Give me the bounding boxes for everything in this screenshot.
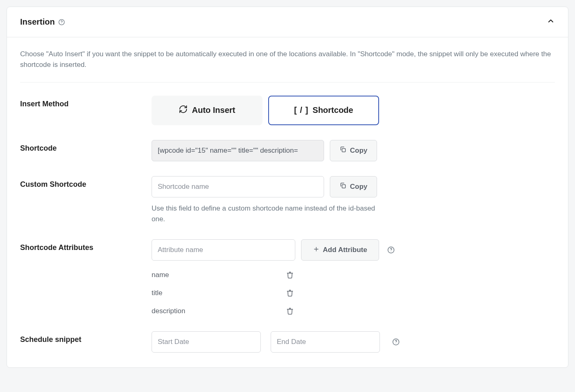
attribute-list: name title — [152, 270, 555, 316]
help-icon[interactable] — [392, 338, 400, 346]
panel-title: Insertion — [20, 17, 55, 27]
help-icon[interactable] — [387, 246, 395, 254]
help-icon[interactable] — [58, 18, 65, 26]
insertion-panel: Insertion Choose "Auto Insert" if you wa… — [7, 7, 568, 368]
svg-point-7 — [391, 252, 391, 252]
schedule-field-label: Schedule snippet — [20, 331, 152, 344]
shortcode-readonly[interactable]: [wpcode id="15" name="" title="" descrip… — [152, 140, 324, 161]
attribute-item: description — [152, 306, 295, 316]
delete-attribute-button[interactable] — [285, 288, 295, 298]
copy-shortcode-button[interactable]: Copy — [330, 140, 377, 161]
insert-method-group: Auto Insert [ / ] Shortcode — [152, 96, 555, 125]
intro-text: Choose "Auto Insert" if you want the sni… — [20, 49, 555, 71]
attribute-item: title — [152, 288, 295, 298]
svg-rect-2 — [342, 149, 345, 152]
insert-method-label: Insert Method — [20, 96, 152, 108]
attribute-name-input[interactable] — [152, 239, 295, 261]
copy-icon — [339, 182, 347, 191]
panel-header-toggle[interactable]: Insertion — [7, 7, 568, 37]
attribute-item-label: description — [152, 307, 185, 315]
shortcode-icon: [ / ] — [294, 105, 308, 115]
start-date-input[interactable] — [152, 331, 261, 353]
svg-point-1 — [62, 23, 62, 23]
custom-shortcode-field-label: Custom Shortcode — [20, 176, 152, 189]
custom-shortcode-help: Use this field to define a custom shortc… — [152, 203, 382, 225]
attribute-item-label: title — [152, 289, 162, 297]
copy-shortcode-label: Copy — [350, 147, 368, 155]
custom-shortcode-input[interactable] — [152, 176, 324, 197]
shortcode-button[interactable]: [ / ] Shortcode — [268, 96, 379, 125]
copy-custom-shortcode-button[interactable]: Copy — [330, 176, 377, 197]
plus-icon — [313, 246, 320, 254]
add-attribute-label: Add Attribute — [323, 246, 367, 254]
svg-point-9 — [396, 344, 396, 344]
attribute-item: name — [152, 270, 295, 280]
delete-attribute-button[interactable] — [285, 270, 295, 280]
row-custom-shortcode: Custom Shortcode Copy Use this f — [20, 176, 555, 225]
panel-body: Choose "Auto Insert" if you want the sni… — [7, 37, 568, 367]
row-insert-method: Insert Method Auto Insert — [20, 96, 555, 125]
end-date-input[interactable] — [271, 331, 380, 353]
add-attribute-button[interactable]: Add Attribute — [301, 239, 379, 261]
divider — [20, 82, 555, 83]
copy-custom-shortcode-label: Copy — [350, 183, 368, 191]
auto-insert-button[interactable]: Auto Insert — [152, 96, 262, 125]
shortcode-attributes-field-label: Shortcode Attributes — [20, 239, 152, 252]
shortcode-field-label: Shortcode — [20, 140, 152, 153]
refresh-icon — [179, 105, 188, 116]
shortcode-label: Shortcode — [313, 105, 353, 115]
copy-icon — [339, 146, 347, 155]
row-shortcode-attributes: Shortcode Attributes Add Attribute — [20, 239, 555, 316]
attribute-item-label: name — [152, 271, 169, 279]
panel-title-wrap: Insertion — [20, 17, 65, 27]
row-shortcode: Shortcode [wpcode id="15" name="" title=… — [20, 140, 555, 161]
row-schedule: Schedule snippet — [20, 331, 555, 353]
chevron-up-icon — [547, 17, 555, 27]
auto-insert-label: Auto Insert — [192, 105, 235, 115]
svg-rect-3 — [342, 185, 345, 188]
delete-attribute-button[interactable] — [285, 306, 295, 316]
